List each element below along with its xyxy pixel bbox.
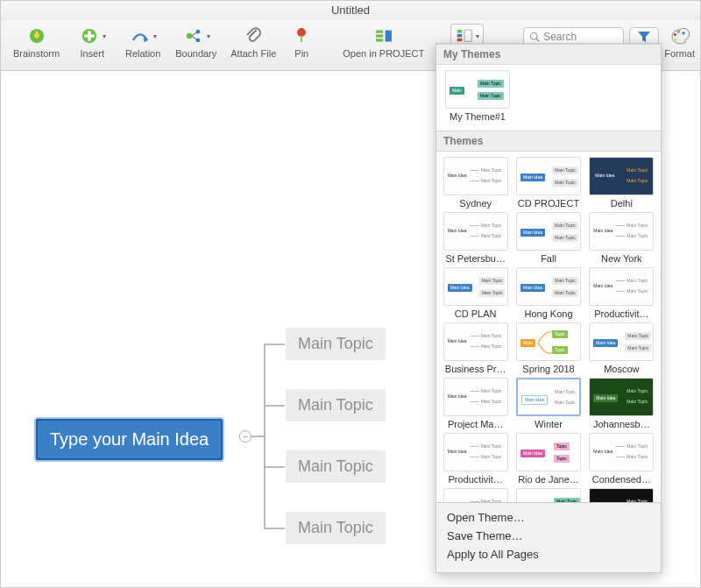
boundary-label: Boundary (175, 48, 216, 59)
svg-point-23 (673, 33, 676, 36)
themes-grid: Main IdeaMain TopicMain TopicSydneyMain … (436, 152, 661, 502)
themes-header: Themes (436, 131, 661, 152)
my-themes-header: My Themes (436, 44, 661, 65)
theme-item[interactable]: Main IdeaMain TopicMain TopicSydney (442, 157, 509, 209)
svg-point-5 (187, 33, 193, 39)
theme-item[interactable]: Main IdeaMain TopicMain TopicProductivit… (588, 267, 655, 319)
theme-label: Hong Kong (524, 308, 572, 319)
pin-icon (290, 25, 313, 47)
svg-rect-12 (376, 31, 383, 33)
open-in-project-button[interactable]: Open in PROJECT (336, 24, 431, 59)
svg-point-6 (195, 30, 200, 34)
theme-item[interactable]: Main IdeaMain TopicMain TopicNew York (588, 212, 655, 264)
my-theme-label: My Theme#1 (450, 111, 506, 122)
theme-label: Winter (535, 419, 563, 429)
theme-item[interactable]: Main IdeaMain TopicMain Topic (514, 488, 582, 502)
svg-marker-22 (638, 32, 650, 42)
theme-item[interactable]: Main IdeaMain TopicMain TopicWinter (514, 378, 582, 429)
themes-panel-footer: Open Theme… Save Theme… Apply to All Pag… (436, 502, 661, 572)
theme-label: CD PROJECT (518, 198, 579, 209)
topic-node[interactable]: Main Topic (286, 389, 386, 422)
funnel-icon (637, 31, 651, 43)
apply-all-action[interactable]: Apply to All Pages (447, 545, 650, 563)
insert-label: Insert (80, 48, 104, 59)
svg-point-7 (195, 38, 200, 42)
themes-panel: My Themes MainMain TopicMain Topic My Th… (435, 43, 662, 573)
theme-label: Condensed… (592, 474, 651, 485)
svg-rect-15 (385, 31, 391, 42)
theme-label: Project Ma… (448, 419, 504, 429)
theme-label: Rio de Jane… (518, 474, 579, 485)
theme-label: Fall (541, 253, 556, 264)
pin-label: Pin (294, 48, 308, 59)
svg-rect-17 (457, 34, 463, 37)
theme-item[interactable]: Main IdeaMain TopicMain TopicCondensed… (588, 433, 655, 485)
svg-rect-14 (376, 39, 383, 41)
svg-line-9 (191, 36, 196, 39)
svg-line-8 (191, 32, 196, 36)
brainstorm-button[interactable]: Brainstorm (6, 24, 67, 59)
relation-label: Relation (125, 48, 160, 59)
theme-item[interactable]: Main IdeaMain TopicMain TopicHong Kong (514, 267, 582, 319)
format-label: Format (664, 48, 695, 59)
theme-item[interactable]: Main IdeaMain TopicMain TopicCD PLAN (442, 267, 509, 319)
relation-button[interactable]: ▾ Relation (117, 24, 168, 59)
format-button[interactable]: Format (664, 24, 695, 59)
theme-label: St Petersbu… (445, 253, 505, 264)
theme-item[interactable]: Main IdeaMain TopicMain TopicJohannesb… (588, 378, 655, 429)
topic-node[interactable]: Main Topic (286, 512, 386, 544)
theme-item[interactable]: Main IdeaMain TopicMain TopicMoscow (588, 322, 655, 374)
window-title: Untitled (1, 1, 700, 20)
main-idea-node[interactable]: Type your Main Idea (36, 419, 223, 460)
theme-item[interactable]: MainTopicTopicSpring 2018 (514, 322, 582, 374)
theme-label: Sydney (459, 198, 492, 209)
topic-node[interactable]: Main Topic (286, 450, 386, 483)
search-icon (529, 32, 540, 42)
insert-icon (78, 25, 101, 47)
svg-rect-3 (85, 34, 95, 37)
chevron-down-icon: ▾ (207, 32, 210, 40)
theme-item[interactable]: Main IdeaMain TopicMain Topic (588, 488, 655, 502)
theme-item[interactable]: Main IdeaMain TopicMain Topic (442, 488, 509, 502)
svg-point-25 (682, 32, 684, 34)
svg-rect-19 (464, 30, 471, 41)
attach-file-button[interactable]: Attach File (223, 24, 283, 59)
pin-button[interactable]: Pin (283, 24, 320, 59)
theme-item[interactable]: Main IdeaTopicTopicRio de Jane… (514, 433, 582, 485)
svg-point-20 (531, 33, 538, 40)
theme-item[interactable]: Main IdeaMain TopicMain TopicBusiness Pr… (442, 322, 509, 374)
open-theme-action[interactable]: Open Theme… (447, 508, 650, 527)
theme-label: Productivit… (594, 308, 648, 319)
theme-label: New York (601, 253, 641, 264)
collapse-toggle[interactable]: − (239, 430, 251, 443)
relation-icon (129, 25, 152, 47)
boundary-icon (182, 25, 205, 47)
chevron-down-icon: ▾ (476, 32, 479, 40)
save-theme-action[interactable]: Save Theme… (447, 527, 650, 545)
theme-label: Spring 2018 (522, 364, 574, 374)
theme-item[interactable]: Main IdeaMain TopicMain TopicCD PROJECT (514, 157, 582, 209)
theme-item[interactable]: Main IdeaMain TopicMain TopicSt Petersbu… (442, 212, 509, 264)
theme-item[interactable]: Main IdeaMain TopicMain TopicDelhi (588, 157, 655, 209)
svg-rect-18 (457, 39, 463, 41)
project-icon (372, 25, 395, 47)
palette-icon (669, 26, 691, 46)
svg-rect-13 (376, 34, 383, 37)
boundary-button[interactable]: ▾ Boundary (168, 24, 223, 59)
insert-button[interactable]: ▾ Insert (67, 24, 117, 59)
theme-label: Johannesb… (593, 419, 650, 429)
my-theme-item[interactable]: MainMain TopicMain Topic My Theme#1 (443, 70, 512, 122)
search-placeholder: Search (543, 31, 577, 43)
theme-item[interactable]: Main IdeaMain TopicMain TopicProject Ma… (442, 378, 509, 429)
chevron-down-icon: ▾ (153, 32, 157, 40)
attach-label: Attach File (230, 48, 276, 59)
theme-item[interactable]: Main IdeaMain TopicMain TopicProductivit… (442, 433, 509, 485)
theme-item[interactable]: Main IdeaMain TopicMain TopicFall (514, 212, 582, 264)
svg-point-26 (674, 38, 676, 40)
theme-label: Delhi (611, 198, 633, 209)
brainstorm-label: Brainstorm (13, 48, 60, 59)
theme-label: Business Pr… (445, 364, 506, 374)
svg-line-21 (536, 39, 539, 41)
svg-point-24 (676, 31, 679, 33)
topic-node[interactable]: Main Topic (286, 328, 386, 360)
